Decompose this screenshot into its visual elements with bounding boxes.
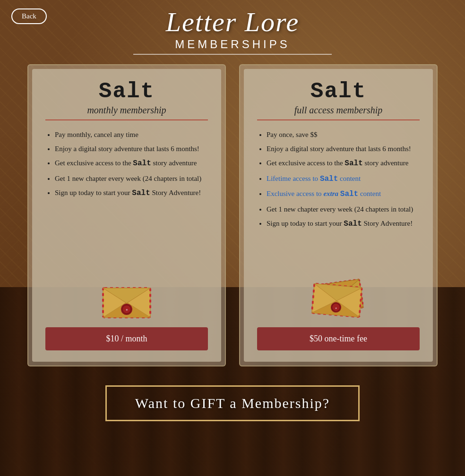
gift-banner-text: Want to GIFT a Membership?	[135, 395, 330, 411]
back-button[interactable]: Back	[11, 8, 47, 24]
feature-full-2: Enjoy a digital story adventure that las…	[267, 143, 420, 154]
salt-full-card: Salt full access membership Pay once, sa…	[244, 69, 433, 362]
feature-monthly-4: Get 1 new chapter every week (24 chapter…	[55, 173, 208, 184]
salt-monthly-title: Salt	[99, 79, 155, 104]
salt-full-features: Pay once, save $$ Enjoy a digital story …	[257, 129, 420, 233]
feature-monthly-2: Enjoy a digital story adventure that las…	[55, 143, 208, 154]
feature-full-3: Get exclusive access to the Salt story a…	[267, 157, 420, 170]
feature-full-5: Exclusive access to extra Salt content	[267, 188, 420, 201]
salt-full-card-outer: Salt full access membership Pay once, sa…	[239, 64, 438, 366]
full-envelope: ✦	[310, 272, 367, 319]
feature-full-6: Get 1 new chapter every week (24 chapter…	[267, 204, 420, 215]
feature-full-4: Lifetime access to Salt content	[267, 173, 420, 186]
header-divider	[133, 54, 332, 55]
salt-monthly-card-outer: Salt monthly membership Pay monthly, can…	[27, 64, 226, 366]
full-price-button[interactable]: $50 one-time fee	[257, 327, 420, 350]
svg-text:✦: ✦	[125, 308, 129, 312]
salt-monthly-subtitle: monthly membership	[87, 105, 166, 116]
svg-text:✦: ✦	[334, 306, 337, 310]
membership-cards-row: Salt monthly membership Pay monthly, can…	[0, 64, 465, 366]
salt-monthly-card: Salt monthly membership Pay monthly, can…	[32, 69, 221, 362]
feature-monthly-1: Pay monthly, cancel any time	[55, 129, 208, 140]
salt-monthly-features: Pay monthly, cancel any time Enjoy a dig…	[45, 129, 208, 202]
feature-full-7: Sign up today to start your Salt Story A…	[267, 218, 420, 230]
feature-monthly-3: Get exclusive access to the Salt story a…	[55, 157, 208, 170]
gift-banner-button[interactable]: Want to GIFT a Membership?	[105, 385, 360, 421]
salt-full-divider	[257, 119, 420, 120]
logo-title: Letter Lore	[166, 8, 299, 36]
monthly-price-button[interactable]: $10 / month	[45, 327, 208, 350]
memberships-subtitle: MEMBERSHIPS	[175, 38, 290, 51]
page-header: Back Letter Lore MEMBERSHIPS	[0, 0, 465, 62]
salt-full-subtitle: full access membership	[294, 105, 383, 116]
feature-monthly-5: Sign up today to start your Salt Story A…	[55, 187, 208, 200]
gift-banner-wrap: Want to GIFT a Membership?	[105, 385, 360, 421]
salt-full-title: Salt	[310, 79, 366, 104]
feature-full-1: Pay once, save $$	[267, 129, 420, 140]
monthly-envelope: ✦	[101, 276, 153, 319]
salt-monthly-divider	[45, 119, 208, 120]
